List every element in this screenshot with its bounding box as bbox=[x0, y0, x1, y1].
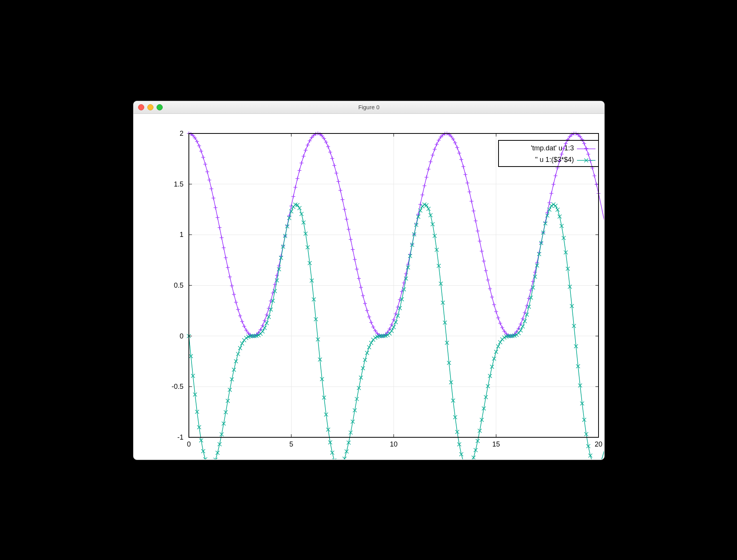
svg-text:5: 5 bbox=[289, 440, 293, 448]
legend-label: 'tmp.dat' u 1:3 bbox=[531, 144, 574, 152]
svg-text:1: 1 bbox=[180, 231, 183, 238]
window-titlebar[interactable]: Figure 0 bbox=[133, 101, 604, 114]
svg-text:1.5: 1.5 bbox=[174, 180, 183, 188]
svg-text:-0.5: -0.5 bbox=[172, 383, 183, 390]
svg-text:2: 2 bbox=[180, 130, 183, 137]
svg-text:0.5: 0.5 bbox=[174, 282, 183, 289]
svg-text:15: 15 bbox=[492, 440, 500, 448]
plot-canvas: 05101520-1-0.500.511.52'tmp.dat' u 1:3''… bbox=[133, 113, 604, 459]
figure-window: Figure 0 05101520-1-0.500.511.52'tmp.dat… bbox=[133, 101, 604, 459]
svg-text:20: 20 bbox=[595, 440, 602, 448]
window-title: Figure 0 bbox=[133, 101, 604, 113]
legend-label: '' u 1:($3*$4) bbox=[535, 156, 574, 163]
svg-text:-1: -1 bbox=[177, 433, 183, 441]
svg-text:0: 0 bbox=[187, 440, 191, 448]
svg-text:10: 10 bbox=[390, 440, 397, 448]
svg-text:0: 0 bbox=[180, 332, 183, 340]
series bbox=[187, 203, 604, 459]
